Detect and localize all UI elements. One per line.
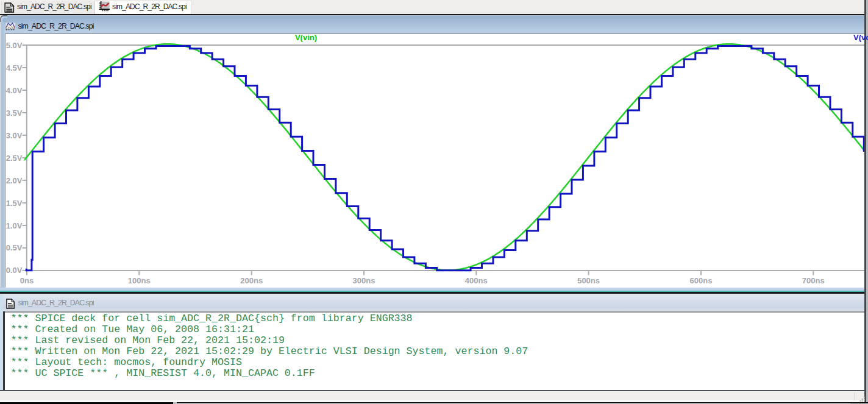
svg-text:500ns: 500ns	[577, 276, 600, 285]
svg-text:4.0V: 4.0V	[6, 86, 23, 95]
svg-text:0.5V: 0.5V	[6, 243, 23, 252]
svg-text:700ns: 700ns	[802, 276, 825, 285]
svg-text:2.0V: 2.0V	[6, 176, 23, 185]
svg-text:600ns: 600ns	[690, 276, 713, 285]
svg-text:5.0V: 5.0V	[6, 41, 23, 50]
svg-text:100ns: 100ns	[128, 276, 151, 285]
svg-text:3.5V: 3.5V	[6, 108, 23, 118]
svg-text:V(vin): V(vin)	[295, 33, 317, 42]
svg-text:300ns: 300ns	[353, 276, 375, 285]
svg-text:2.5V: 2.5V	[6, 154, 23, 163]
svg-text:400ns: 400ns	[465, 276, 488, 285]
svg-text:3.0V: 3.0V	[6, 131, 23, 140]
svg-text:4.5V: 4.5V	[6, 63, 23, 73]
svg-text:1.0V: 1.0V	[6, 221, 23, 230]
svg-text:200ns: 200ns	[240, 276, 263, 285]
svg-text:0ns: 0ns	[20, 276, 34, 285]
svg-text:1.5V: 1.5V	[6, 199, 23, 208]
svg-text:0.0V: 0.0V	[6, 266, 23, 275]
svg-text:V(vo: V(vo	[853, 33, 868, 42]
